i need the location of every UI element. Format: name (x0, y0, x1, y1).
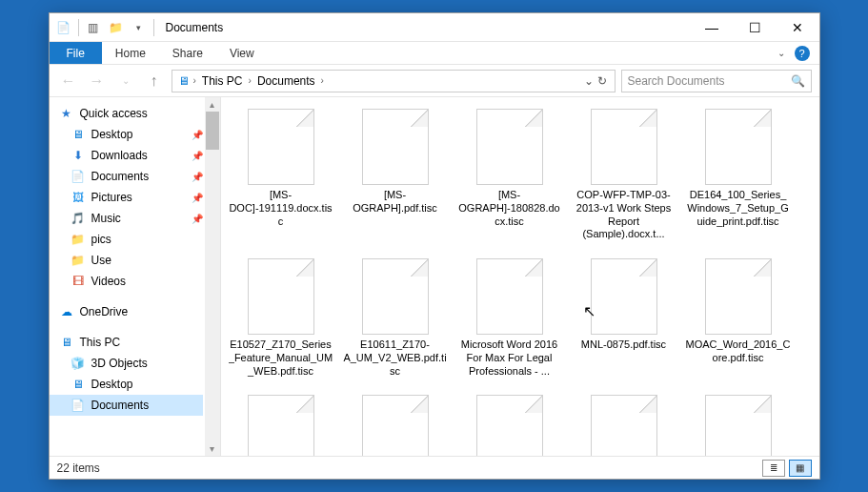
breadcrumb-root-icon: 🖥 (176, 73, 192, 89)
file-thumb-icon (362, 258, 429, 335)
breadcrumb-this-pc[interactable]: This PC (198, 74, 247, 88)
file-item[interactable]: Microsoft Word 2016 For Max For Legal Pr… (457, 258, 562, 378)
3d-objects-icon: 🧊 (71, 356, 86, 371)
navigation-pane: ★ Quick access 🖥Desktop📌 ⬇Downloads📌 📄Do… (50, 97, 221, 456)
nav-label: Quick access (80, 107, 148, 120)
file-item[interactable] (457, 395, 562, 456)
file-item[interactable] (686, 395, 791, 456)
file-item[interactable]: COP-WFP-TMP-03-2013-v1 Work Steps Report… (572, 109, 676, 241)
file-label: E10611_Z170-A_UM_V2_WEB.pdf.tisc (343, 338, 448, 378)
nav-up-button[interactable]: ↑ (143, 70, 166, 92)
chevron-right-icon[interactable]: › (193, 75, 196, 86)
file-thumb-icon (591, 258, 657, 335)
nav-this-pc[interactable]: 🖥This PC (50, 332, 203, 353)
window-title: Documents (166, 21, 224, 34)
breadcrumb[interactable]: 🖥 › This PC › Documents › ⌄ ↻ (172, 70, 616, 92)
qat-properties-icon[interactable]: ▥ (83, 17, 104, 38)
file-item[interactable]: [MS-DOC]-191119.docx.tisc (229, 109, 333, 241)
view-large-icons-button[interactable]: ▦ (789, 460, 812, 477)
nav-item-pics[interactable]: 📁pics (50, 229, 203, 250)
maximize-button[interactable]: ☐ (734, 13, 777, 42)
file-item[interactable]: DE164_100_Series_Windows_7_Setup_Guide_p… (686, 109, 791, 241)
pin-icon: 📌 (192, 130, 203, 140)
nav-onedrive[interactable]: ☁OneDrive (50, 301, 203, 322)
ribbon-tab-share[interactable]: Share (159, 42, 216, 64)
folder-icon: 📁 (71, 232, 86, 247)
refresh-icon[interactable]: ↻ (597, 74, 607, 88)
nav-item-downloads[interactable]: ⬇Downloads📌 (50, 145, 203, 166)
nav-item-pictures[interactable]: 🖼Pictures📌 (50, 187, 203, 208)
downloads-icon: ⬇ (71, 148, 86, 163)
file-item[interactable]: MOAC_Word_2016_Core.pdf.tisc (686, 258, 791, 378)
pin-icon: 📌 (192, 193, 203, 203)
file-item[interactable]: E10611_Z170-A_UM_V2_WEB.pdf.tisc (343, 258, 448, 378)
nav-quick-access[interactable]: ★ Quick access (50, 103, 203, 124)
search-input[interactable]: Search Documents 🔍 (621, 70, 812, 92)
nav-item-documents-pc[interactable]: 📄Documents (50, 395, 203, 416)
file-item[interactable]: [MS-OGRAPH].pdf.tisc (343, 109, 448, 241)
music-icon: 🎵 (71, 211, 86, 226)
file-item[interactable] (229, 395, 333, 456)
file-thumb-icon (362, 109, 429, 185)
navpane-scrollbar[interactable]: ▴ ▾ (205, 97, 220, 456)
nav-item-music[interactable]: 🎵Music📌 (50, 208, 203, 229)
desktop-icon: 🖥 (71, 127, 86, 142)
nav-item-desktop[interactable]: 🖥Desktop📌 (50, 124, 203, 145)
file-label: E10527_Z170_Series_Feature_Manual_UM_WEB… (229, 338, 333, 378)
videos-icon: 🎞 (71, 274, 86, 289)
file-pane[interactable]: [MS-DOC]-191119.docx.tisc[MS-OGRAPH].pdf… (221, 97, 819, 456)
system-menu-icon[interactable]: 📄 (53, 17, 74, 38)
nav-item-desktop-pc[interactable]: 🖥Desktop (50, 374, 203, 395)
file-label: COP-WFP-TMP-03-2013-v1 Work Steps Report… (572, 189, 676, 241)
ribbon-tab-view[interactable]: View (216, 42, 268, 64)
file-thumb-icon (705, 258, 772, 335)
nav-item-videos[interactable]: 🎞Videos (50, 271, 203, 292)
minimize-button[interactable]: — (691, 13, 734, 42)
file-item[interactable] (572, 395, 676, 456)
file-thumb-icon (362, 395, 429, 456)
file-thumb-icon (248, 395, 314, 456)
file-item[interactable]: E10527_Z170_Series_Feature_Manual_UM_WEB… (229, 258, 333, 378)
nav-recent-dropdown[interactable]: ⌄ (114, 70, 137, 92)
ribbon-tab-home[interactable]: Home (102, 42, 159, 64)
nav-back-button[interactable]: ← (57, 70, 80, 92)
scroll-down-icon[interactable]: ▾ (210, 443, 214, 454)
help-icon[interactable]: ? (795, 46, 810, 61)
pictures-icon: 🖼 (71, 190, 86, 205)
file-item[interactable]: MNL-0875.pdf.tisc (572, 258, 676, 378)
qat-new-folder-icon[interactable]: 📁 (106, 17, 127, 38)
file-label: DE164_100_Series_Windows_7_Setup_Guide_p… (686, 189, 791, 228)
scroll-up-icon[interactable]: ▴ (210, 99, 214, 110)
nav-item-documents[interactable]: 📄Documents📌 (50, 166, 203, 187)
chevron-right-icon[interactable]: › (249, 75, 252, 86)
chevron-right-icon[interactable]: › (321, 75, 324, 86)
qat-customize-icon[interactable]: ▾ (129, 17, 150, 38)
view-details-button[interactable]: ≣ (762, 460, 785, 477)
file-thumb-icon (476, 109, 543, 185)
address-dropdown-icon[interactable]: ⌄ (584, 74, 594, 88)
breadcrumb-documents[interactable]: Documents (253, 74, 319, 88)
file-thumb-icon (476, 395, 543, 456)
file-label: [MS-OGRAPH].pdf.tisc (343, 189, 448, 215)
file-thumb-icon (248, 109, 314, 185)
pin-icon: 📌 (192, 172, 203, 182)
file-item[interactable] (343, 395, 448, 456)
file-thumb-icon (591, 395, 657, 456)
file-label: MOAC_Word_2016_Core.pdf.tisc (686, 338, 791, 365)
scrollbar-thumb[interactable] (206, 112, 219, 150)
search-icon: 🔍 (791, 74, 805, 88)
explorer-window: 📄 ▥ 📁 ▾ Documents — ☐ ✕ File Home Share … (49, 12, 820, 480)
close-button[interactable]: ✕ (777, 13, 819, 42)
pin-icon: 📌 (192, 151, 203, 161)
search-placeholder: Search Documents (628, 74, 725, 88)
ribbon-expand-icon[interactable]: ⌄ (777, 48, 785, 58)
nav-item-use[interactable]: 📁Use (50, 250, 203, 271)
ribbon-tab-file[interactable]: File (50, 42, 102, 64)
file-item[interactable]: [MS-OGRAPH]-180828.docx.tisc (457, 109, 562, 241)
pin-icon: 📌 (192, 214, 203, 224)
pc-icon: 🖥 (59, 335, 74, 350)
title-bar: 📄 ▥ 📁 ▾ Documents — ☐ ✕ (50, 13, 819, 42)
ribbon: File Home Share View ⌄ ? (50, 42, 819, 65)
nav-item-3d-objects[interactable]: 🧊3D Objects (50, 353, 203, 374)
nav-forward-button[interactable]: → (86, 70, 109, 92)
